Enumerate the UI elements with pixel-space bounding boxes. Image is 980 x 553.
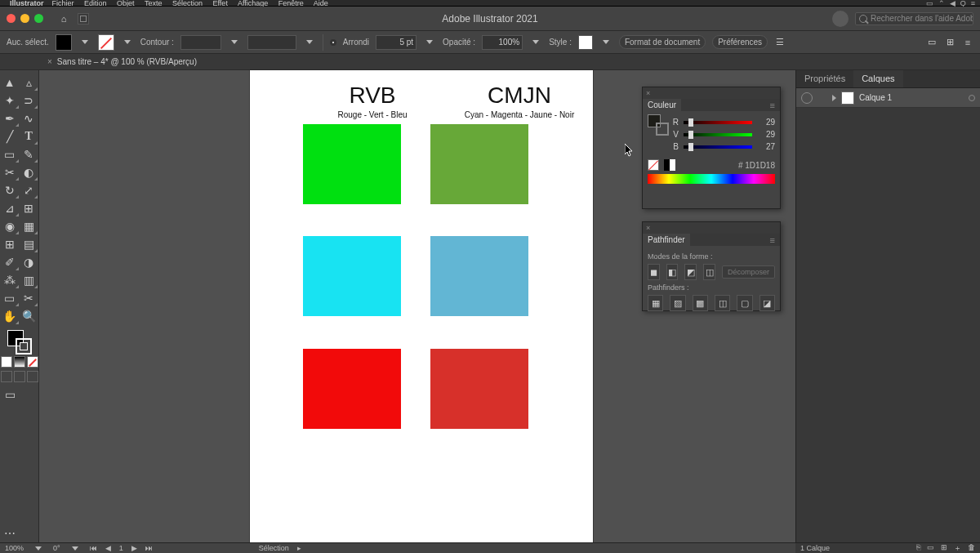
user-avatar[interactable] — [832, 11, 849, 27]
draw-behind-icon[interactable] — [14, 371, 25, 382]
preferences-button[interactable]: Préférences — [712, 35, 768, 49]
direct-selection-tool[interactable]: ▵ — [20, 74, 39, 91]
close-window-button[interactable] — [7, 14, 16, 23]
shaper-tool[interactable]: ✂ — [0, 163, 20, 181]
blend-tool[interactable]: ◑ — [20, 253, 39, 271]
layer-name[interactable]: Calque 1 — [859, 93, 892, 102]
pathfinder-panel-tab[interactable]: Pathfinder — [643, 234, 690, 246]
minus-front-icon[interactable]: ◧ — [666, 264, 679, 280]
next-artboard-icon[interactable]: ▶ — [131, 544, 137, 552]
target-layer-icon[interactable] — [969, 95, 975, 101]
eyedropper-tool[interactable]: ✐ — [0, 253, 20, 271]
rgb-cyan-square[interactable] — [303, 236, 401, 316]
fill-dropdown[interactable] — [78, 40, 91, 44]
layers-tab[interactable]: Calques — [853, 70, 902, 87]
prev-artboard-icon[interactable]: ◀ — [105, 544, 111, 552]
crop-icon[interactable]: ◫ — [715, 295, 730, 311]
spectrum-bar[interactable] — [648, 174, 775, 184]
color-fill-stroke-mini[interactable] — [648, 114, 669, 136]
b-slider[interactable] — [684, 143, 752, 151]
slice-tool[interactable]: ✂ — [20, 289, 39, 307]
edit-toolbar-icon[interactable]: ⋯ — [0, 524, 20, 542]
cmyk-cyan-square[interactable] — [430, 236, 528, 316]
stroke-width-dropdown[interactable] — [228, 40, 241, 44]
minimize-window-button[interactable] — [20, 14, 29, 23]
cmyk-red-square[interactable] — [430, 349, 528, 429]
home-icon[interactable]: ⌂ — [58, 13, 69, 25]
exclude-icon[interactable]: ◫ — [703, 264, 715, 280]
stroke-width-field[interactable] — [180, 35, 221, 50]
zoom-tool[interactable]: 🔍 — [20, 307, 39, 325]
first-artboard-icon[interactable]: ⏮ — [90, 544, 97, 552]
opacity-dropdown[interactable] — [529, 40, 542, 44]
gradient-tool[interactable]: ▤ — [20, 235, 39, 253]
r-value[interactable]: 29 — [757, 118, 775, 127]
zoom-level[interactable]: 100% — [5, 544, 24, 552]
close-panel-icon[interactable]: × — [646, 89, 650, 97]
locate-object-icon[interactable]: ⎘ — [916, 543, 920, 554]
trim-icon[interactable]: ▨ — [670, 295, 685, 311]
symbol-sprayer-tool[interactable]: ⁂ — [0, 271, 20, 289]
properties-tab[interactable]: Propriétés — [796, 70, 853, 87]
fullscreen-window-button[interactable] — [34, 14, 43, 23]
delete-layer-icon[interactable]: 🗑 — [968, 543, 975, 554]
workspace-switch-icon[interactable]: ⊞ — [944, 37, 956, 48]
fill-swatch[interactable] — [56, 34, 72, 51]
help-search-input[interactable]: Rechercher dans l'aide Adobe — [855, 12, 973, 25]
r-slider[interactable] — [684, 118, 752, 127]
screen-mode-icon[interactable]: ▭ — [0, 386, 20, 404]
color-panel[interactable]: × Couleur ≡ R 29 — [642, 87, 781, 209]
draw-inside-icon[interactable] — [27, 371, 38, 382]
brush-dropdown[interactable] — [303, 40, 316, 44]
outline-icon[interactable]: ▢ — [737, 295, 752, 311]
style-dropdown[interactable] — [599, 40, 612, 44]
v-value[interactable]: 29 — [757, 130, 775, 139]
expand-layer-icon[interactable] — [832, 95, 836, 101]
width-tool[interactable]: ⊿ — [0, 199, 20, 217]
curvature-tool[interactable]: ∿ — [20, 109, 39, 127]
hand-tool[interactable]: ✋ — [0, 307, 20, 325]
gradient-mode-icon[interactable] — [14, 356, 25, 368]
cmyk-green-square[interactable] — [430, 124, 528, 204]
style-swatch[interactable] — [578, 35, 593, 50]
selection-tool[interactable]: ▲ — [0, 74, 20, 91]
close-panel-icon[interactable]: × — [646, 224, 650, 232]
none-mode-icon[interactable] — [27, 356, 38, 368]
shape-builder-tool[interactable]: ◉ — [0, 217, 20, 235]
magic-wand-tool[interactable]: ✦ — [0, 91, 20, 109]
make-clipping-mask-icon[interactable]: ▭ — [927, 543, 934, 554]
panel-menu-icon[interactable]: ≡ — [770, 235, 775, 245]
stroke-dropdown[interactable] — [121, 40, 134, 44]
stroke-color-swatch[interactable] — [16, 338, 32, 355]
free-transform-tool[interactable]: ⊞ — [20, 199, 39, 217]
create-sublayer-icon[interactable]: ⊞ — [941, 543, 947, 554]
rgb-green-square[interactable] — [303, 124, 401, 204]
type-tool[interactable]: T — [20, 127, 39, 145]
artboard-tool[interactable]: ▭ — [0, 289, 20, 307]
close-document-icon[interactable]: × — [47, 57, 52, 66]
opacity-field[interactable]: 100% — [482, 35, 523, 50]
none-swatch-icon[interactable] — [648, 159, 659, 171]
line-tool[interactable]: ╱ — [0, 127, 20, 145]
rotate-tool[interactable]: ↻ — [0, 181, 20, 199]
brush-field[interactable] — [247, 35, 296, 50]
color-mode-icon[interactable] — [1, 356, 12, 368]
paintbrush-tool[interactable]: ✎ — [20, 145, 39, 163]
rgb-red-square[interactable] — [303, 349, 401, 429]
intersect-icon[interactable]: ◩ — [684, 264, 697, 280]
pen-tool[interactable]: ✒ — [0, 109, 20, 127]
unite-icon[interactable]: ◼ — [648, 264, 660, 280]
lasso-tool[interactable]: ⊃ — [20, 91, 39, 109]
arrange-documents-icon[interactable] — [78, 13, 89, 25]
hex-value[interactable]: 1D1D18 — [745, 161, 775, 170]
draw-normal-icon[interactable] — [1, 371, 12, 382]
rectangle-tool[interactable]: ▭ — [0, 145, 20, 163]
column-graph-tool[interactable]: ▥ — [20, 271, 39, 289]
v-slider[interactable] — [684, 131, 752, 139]
color-panel-tab[interactable]: Couleur — [643, 99, 681, 111]
stroke-cap-dropdown[interactable] — [423, 40, 436, 44]
pathfinder-panel[interactable]: × Pathfinder ≡ Modes de la forme : ◼ ◧ ◩… — [642, 221, 781, 311]
panel-menu-icon[interactable]: ▭ — [926, 37, 938, 48]
layer-row[interactable]: Calque 1 — [796, 88, 980, 108]
bw-swatch-icon[interactable] — [664, 159, 675, 171]
